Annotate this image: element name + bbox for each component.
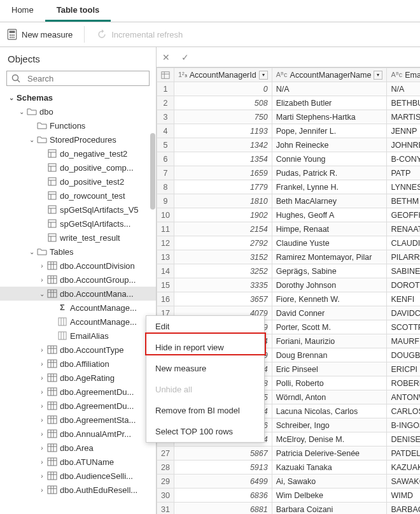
- tree-folder-tables[interactable]: ⌄ Tables: [0, 245, 156, 259]
- cell-id[interactable]: 1902: [174, 208, 272, 222]
- table-row[interactable]: 143252Gepräɡs, SabineSABINEG: [157, 264, 421, 278]
- cell-id[interactable]: 3252: [174, 264, 272, 278]
- caret-right-icon[interactable]: ›: [38, 389, 46, 396]
- cell-email[interactable]: ANTONW: [387, 390, 420, 404]
- cell-name[interactable]: Schreiber, Ingo: [272, 418, 387, 432]
- cell-name[interactable]: David Conner: [272, 306, 387, 320]
- cell-email[interactable]: B-CONYOUNG: [387, 152, 420, 166]
- cell-id[interactable]: 2154: [174, 222, 272, 236]
- cell-email[interactable]: CLAUDINY: [387, 236, 420, 250]
- caret-down-icon[interactable]: ⌄: [18, 108, 25, 115]
- cell-name[interactable]: N/A: [272, 82, 387, 96]
- tree-proc[interactable]: ›do_negative_test2: [0, 146, 156, 161]
- cell-id[interactable]: 750: [174, 110, 272, 124]
- tree-root-schemas[interactable]: ⌄ Schemas: [0, 91, 156, 104]
- cell-email[interactable]: DOROTHYJ: [387, 278, 420, 292]
- tree-table[interactable]: ›dbo.AnnualAmtPr...: [0, 427, 156, 441]
- tree-table[interactable]: ›dbo.AgreementDu...: [0, 399, 156, 413]
- caret-right-icon[interactable]: ›: [38, 459, 46, 466]
- cell-email[interactable]: PILARRA: [387, 250, 420, 264]
- cell-email[interactable]: PATDEL: [387, 446, 420, 460]
- cell-name[interactable]: Ai, Sawako: [272, 475, 387, 489]
- table-row[interactable]: 296499Ai, SawakoSAWAKOA: [157, 475, 421, 489]
- tree-table[interactable]: ›dbo.Affiliation: [0, 357, 156, 371]
- cell-name[interactable]: Frankel, Lynne H.: [272, 180, 387, 194]
- table-row[interactable]: 112154Himpe, RenaatRENAATH: [157, 222, 421, 236]
- cell-name[interactable]: Hughes, Geoff A: [272, 208, 387, 222]
- caret-right-icon[interactable]: ›: [38, 346, 46, 353]
- cell-id[interactable]: 5913: [174, 460, 272, 475]
- incremental-refresh-button[interactable]: Incremental refresh: [96, 29, 183, 40]
- tree-column[interactable]: ›AccountManage...: [0, 315, 156, 329]
- table-row[interactable]: 275867Patricia Delerive-SenéePATDEL: [157, 446, 421, 460]
- tree-proc[interactable]: ›write_test_result: [0, 231, 156, 245]
- ctx-select-top[interactable]: Select TOP 100 rows: [146, 421, 264, 442]
- caret-right-icon[interactable]: ›: [38, 431, 46, 438]
- cell-name[interactable]: Lacuna Nicolas, Carlos: [272, 404, 387, 418]
- column-dropdown-icon[interactable]: ▾: [374, 71, 382, 80]
- cell-name[interactable]: Dorothy Johnson: [272, 278, 387, 292]
- caret-right-icon[interactable]: ›: [38, 445, 46, 452]
- cell-id[interactable]: 508: [174, 96, 272, 110]
- tree-folder-functions[interactable]: › Functions: [0, 118, 156, 132]
- cell-id[interactable]: 1193: [174, 124, 272, 138]
- table-row[interactable]: 163657Fiore, Kenneth W.KENFI: [157, 292, 421, 306]
- caret-right-icon[interactable]: ›: [38, 375, 46, 382]
- cell-name[interactable]: Porter, Scott M.: [272, 320, 387, 334]
- caret-right-icon[interactable]: ›: [38, 403, 46, 410]
- cell-email[interactable]: B-INGOS: [387, 418, 420, 432]
- table-row[interactable]: 122792Claudine YusteCLAUDINY: [157, 236, 421, 250]
- cell-name[interactable]: Polli, Roberto: [272, 376, 387, 390]
- tree-folder-storedprocs[interactable]: ⌄ StoredProcedures: [0, 132, 156, 146]
- cell-email[interactable]: KENFI: [387, 292, 420, 306]
- cell-email[interactable]: RENAATH: [387, 222, 420, 236]
- caret-right-icon[interactable]: ›: [38, 487, 46, 494]
- table-row[interactable]: 71659Pudas, Patrick R.PATP: [157, 166, 421, 180]
- table-row[interactable]: 101902Hughes, Geoff AGEOFFHU: [157, 208, 421, 222]
- tree-proc[interactable]: ›do_positive_test2: [0, 175, 156, 189]
- column-header-email[interactable]: Aᴮc EmailAlias ▾: [387, 68, 420, 82]
- cell-id[interactable]: 5867: [174, 446, 272, 460]
- cell-name[interactable]: Patricia Delerive-Senée: [272, 446, 387, 460]
- table-row[interactable]: 51342John ReineckeJOHNRE: [157, 138, 421, 152]
- table-row[interactable]: 2508Elizabeth ButlerBETHBU: [157, 96, 421, 110]
- column-header-id[interactable]: 1²₃ AccountManagerId ▾: [174, 68, 272, 82]
- table-row[interactable]: 306836Wim DelbekeWIMD: [157, 489, 421, 503]
- table-row[interactable]: 10N/AN/A: [157, 82, 421, 96]
- caret-right-icon[interactable]: ›: [38, 262, 46, 269]
- table-row[interactable]: 81779Frankel, Lynne H.LYNNEST: [157, 180, 421, 194]
- table-row[interactable]: 3750Marti Stephens-HartkaMARTISH: [157, 110, 421, 124]
- ctx-hide[interactable]: Hide in report view: [146, 337, 264, 358]
- table-row[interactable]: 61354Connie YoungB-CONYOUNG: [157, 152, 421, 166]
- tree-table[interactable]: ›dbo.AccountType: [0, 343, 156, 357]
- cell-name[interactable]: Himpe, Renaat: [272, 222, 387, 236]
- cell-id[interactable]: 2792: [174, 236, 272, 250]
- cell-name[interactable]: Barbara Coizani: [272, 503, 387, 515]
- cell-email[interactable]: BARBACO: [387, 503, 420, 515]
- caret-down-icon[interactable]: ⌄: [28, 136, 36, 143]
- cell-email[interactable]: WIMD: [387, 489, 420, 503]
- caret-right-icon[interactable]: ›: [38, 473, 46, 480]
- data-grid[interactable]: 1²₃ AccountManagerId ▾ Aᴮc AccountManage…: [157, 68, 420, 514]
- cell-id[interactable]: 1354: [174, 152, 272, 166]
- cell-id[interactable]: 0: [174, 82, 272, 96]
- cell-name[interactable]: Fiore, Kenneth W.: [272, 292, 387, 306]
- table-row[interactable]: 316881Barbara CoizaniBARBACO: [157, 503, 421, 515]
- cell-email[interactable]: JENNP: [387, 124, 420, 138]
- cell-id[interactable]: 1342: [174, 138, 272, 152]
- cell-email[interactable]: N/A: [387, 82, 420, 96]
- tree-table[interactable]: ›dbo.AgreementSta...: [0, 413, 156, 427]
- cell-id[interactable]: 6836: [174, 489, 272, 503]
- cell-name[interactable]: Ramirez Montemayor, Pilar: [272, 250, 387, 264]
- cell-email[interactable]: BETHM: [387, 194, 420, 208]
- search-input[interactable]: [27, 74, 145, 83]
- tree-table[interactable]: ⌄dbo.AccountMana...: [0, 287, 156, 301]
- cell-id[interactable]: 3657: [174, 292, 272, 306]
- cell-name[interactable]: Eric Pinseel: [272, 362, 387, 376]
- cell-id[interactable]: 6881: [174, 503, 272, 515]
- tree-table[interactable]: ›dbo.AgeRating: [0, 371, 156, 385]
- cell-email[interactable]: SABINEG: [387, 264, 420, 278]
- cell-name[interactable]: John Reinecke: [272, 138, 387, 152]
- object-tree[interactable]: ⌄ Schemas ⌄ dbo › Functions ⌄ StoredProc…: [0, 90, 156, 514]
- cell-email[interactable]: ROBERP: [387, 376, 420, 390]
